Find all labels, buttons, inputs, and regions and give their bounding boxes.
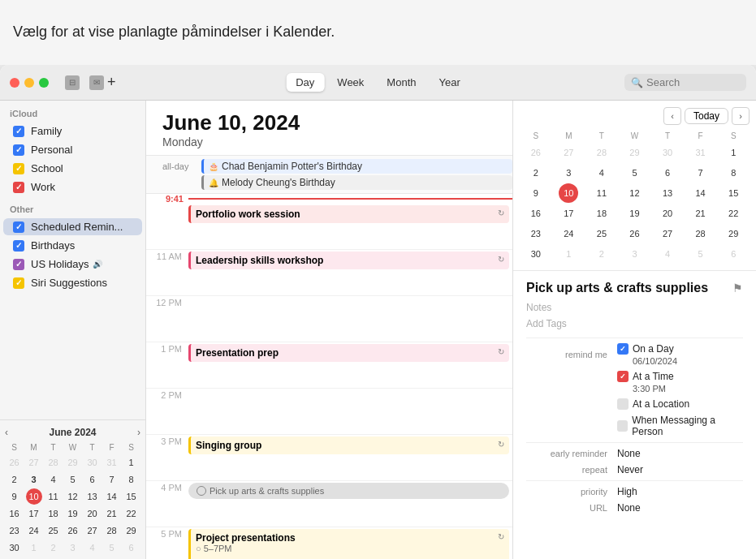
r-cal-day[interactable]: 28 bbox=[592, 143, 611, 162]
r-cal-day[interactable]: 2 bbox=[592, 244, 611, 264]
r-cal-day[interactable]: 7 bbox=[691, 163, 711, 183]
r-cal-day[interactable]: 3 bbox=[559, 163, 578, 183]
r-cal-day[interactable]: 30 bbox=[658, 143, 677, 162]
mini-cal-day[interactable]: 23 bbox=[6, 522, 23, 539]
mini-cal-day[interactable]: 5 bbox=[104, 540, 120, 556]
leadership-event[interactable]: Leadership skills workshop ↻ bbox=[188, 252, 509, 269]
mini-cal-day[interactable]: 12 bbox=[65, 488, 81, 505]
mini-cal-day[interactable]: 29 bbox=[65, 454, 81, 471]
sidebar-toggle-icon[interactable]: ⊟ bbox=[65, 75, 80, 90]
sidebar-mini-cal-prev[interactable]: ‹ bbox=[5, 427, 8, 438]
work-checkbox[interactable] bbox=[13, 182, 24, 193]
r-cal-day[interactable]: 16 bbox=[526, 204, 546, 223]
r-cal-today[interactable]: 10 bbox=[559, 183, 578, 203]
scheduled-reminders-checkbox[interactable] bbox=[13, 221, 24, 233]
messaging-checkbox[interactable] bbox=[617, 420, 628, 432]
mini-cal-day[interactable]: 20 bbox=[84, 505, 101, 522]
mini-cal-today[interactable]: 10 bbox=[26, 488, 42, 505]
r-cal-day[interactable]: 13 bbox=[658, 183, 677, 203]
sidebar-item-siri-suggestions[interactable]: Siri Suggestions bbox=[3, 274, 142, 291]
r-cal-day[interactable]: 8 bbox=[724, 163, 743, 183]
mini-cal-day[interactable]: 3 bbox=[65, 540, 81, 556]
mini-cal-day[interactable]: 11 bbox=[45, 488, 62, 505]
mini-cal-day[interactable]: 4 bbox=[84, 540, 101, 556]
sidebar-item-school[interactable]: School bbox=[3, 160, 142, 177]
mini-cal-day[interactable]: 1 bbox=[123, 454, 140, 471]
sidebar-item-work[interactable]: Work bbox=[3, 178, 142, 196]
mini-cal-day[interactable]: 26 bbox=[65, 522, 81, 539]
r-cal-day[interactable]: 28 bbox=[691, 224, 711, 243]
family-checkbox[interactable] bbox=[13, 126, 24, 137]
mini-cal-day[interactable]: 18 bbox=[45, 505, 62, 522]
right-mini-cal-next[interactable]: › bbox=[732, 107, 750, 125]
mini-cal-day[interactable]: 6 bbox=[123, 540, 140, 556]
r-cal-day[interactable]: 6 bbox=[724, 244, 743, 264]
r-cal-day[interactable]: 12 bbox=[624, 183, 644, 203]
pickup-event[interactable]: Pick up arts & crafts supplies bbox=[188, 483, 509, 499]
r-cal-day[interactable]: 24 bbox=[559, 224, 578, 243]
presentation-event[interactable]: Presentation prep ↻ bbox=[188, 344, 509, 362]
month-view-button[interactable]: Month bbox=[377, 73, 426, 92]
r-cal-day[interactable]: 1 bbox=[724, 143, 743, 162]
r-cal-day[interactable]: 22 bbox=[724, 204, 743, 223]
flag-button[interactable]: ⚑ bbox=[732, 282, 743, 295]
search-box[interactable]: 🔍 bbox=[624, 74, 746, 91]
r-cal-day[interactable]: 27 bbox=[658, 224, 677, 243]
r-cal-day[interactable]: 27 bbox=[559, 143, 578, 162]
mini-cal-day[interactable]: 27 bbox=[26, 454, 42, 471]
mini-cal-day[interactable]: 7 bbox=[104, 471, 120, 488]
r-cal-day[interactable]: 5 bbox=[624, 163, 644, 183]
r-cal-day[interactable]: 9 bbox=[526, 183, 546, 203]
r-cal-day[interactable]: 1 bbox=[559, 244, 578, 264]
r-cal-day[interactable]: 4 bbox=[592, 163, 611, 183]
r-cal-day[interactable]: 26 bbox=[624, 224, 644, 243]
r-cal-day[interactable]: 2 bbox=[526, 163, 546, 183]
mini-cal-day[interactable]: 15 bbox=[123, 488, 140, 505]
r-cal-day[interactable]: 23 bbox=[526, 224, 546, 243]
r-cal-day[interactable]: 15 bbox=[724, 183, 743, 203]
r-cal-day[interactable]: 29 bbox=[624, 143, 644, 162]
r-cal-day[interactable]: 5 bbox=[691, 244, 711, 264]
mini-cal-day[interactable]: 14 bbox=[104, 488, 120, 505]
at-location-checkbox[interactable] bbox=[617, 398, 629, 410]
mini-cal-day[interactable]: 9 bbox=[6, 488, 23, 505]
mini-cal-day[interactable]: 19 bbox=[65, 505, 81, 522]
siri-suggestions-checkbox[interactable] bbox=[13, 277, 24, 289]
mini-cal-day[interactable]: 31 bbox=[104, 454, 120, 471]
reminder-tags[interactable]: Add Tags bbox=[526, 318, 743, 329]
r-cal-day[interactable]: 11 bbox=[592, 183, 611, 203]
mini-cal-day[interactable]: 27 bbox=[84, 522, 101, 539]
r-cal-day[interactable]: 17 bbox=[559, 204, 578, 223]
r-cal-day[interactable]: 29 bbox=[724, 224, 743, 243]
r-cal-day[interactable]: 25 bbox=[592, 224, 611, 243]
r-cal-day[interactable]: 26 bbox=[526, 143, 546, 162]
add-event-button[interactable]: + bbox=[104, 74, 119, 91]
day-scroll[interactable]: all-day 🎂 Chad Benjamin Potter's Birthda… bbox=[146, 156, 512, 559]
week-view-button[interactable]: Week bbox=[327, 73, 374, 92]
mini-cal-day[interactable]: 30 bbox=[6, 540, 23, 556]
mini-cal-day[interactable]: 13 bbox=[84, 488, 101, 505]
sidebar-item-us-holidays[interactable]: US Holidays 🔊 bbox=[3, 256, 142, 273]
singing-event[interactable]: Singing group ↻ bbox=[188, 436, 509, 454]
mini-cal-day[interactable]: 22 bbox=[123, 505, 140, 522]
reminder-notes[interactable]: Notes bbox=[526, 302, 743, 313]
year-view-button[interactable]: Year bbox=[429, 73, 469, 92]
school-checkbox[interactable] bbox=[13, 163, 24, 174]
mini-cal-day[interactable]: 5 bbox=[65, 471, 81, 488]
close-button[interactable] bbox=[10, 78, 19, 88]
minimize-button[interactable] bbox=[24, 78, 34, 88]
mini-cal-day[interactable]: 1 bbox=[26, 540, 42, 556]
mini-cal-day[interactable]: 6 bbox=[84, 471, 101, 488]
all-day-event[interactable]: 🎂 Chad Benjamin Potter's Birthday bbox=[201, 159, 512, 174]
birthdays-checkbox[interactable] bbox=[13, 240, 24, 252]
r-cal-day[interactable]: 20 bbox=[658, 204, 677, 223]
inbox-icon[interactable]: ✉ bbox=[89, 75, 104, 90]
mini-cal-day[interactable]: 25 bbox=[45, 522, 62, 539]
us-holidays-checkbox[interactable] bbox=[13, 259, 24, 270]
sidebar-item-personal[interactable]: Personal bbox=[3, 141, 142, 158]
mini-cal-day[interactable]: 4 bbox=[45, 471, 62, 488]
sidebar-mini-cal-next[interactable]: › bbox=[137, 427, 140, 438]
mini-cal-day[interactable]: 3 bbox=[26, 471, 42, 488]
fullscreen-button[interactable] bbox=[39, 78, 49, 88]
personal-checkbox[interactable] bbox=[13, 144, 24, 156]
